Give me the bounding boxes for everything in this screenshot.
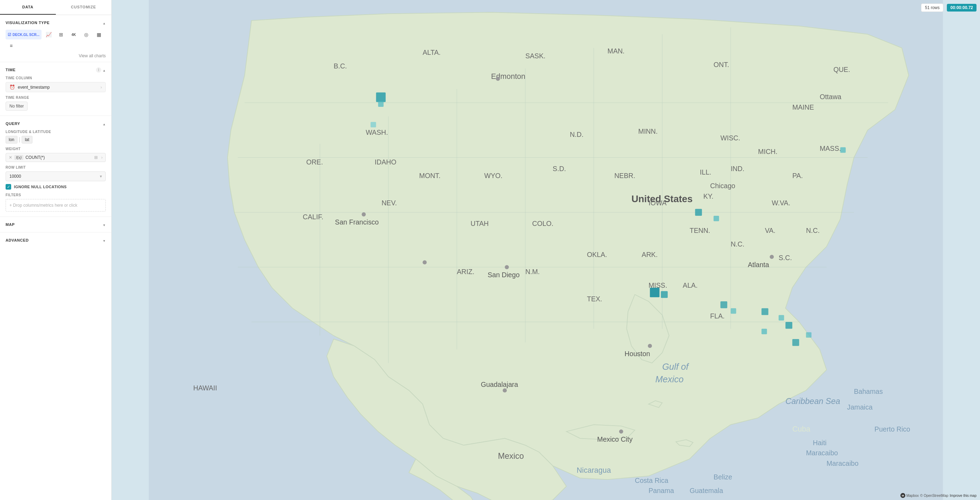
chart-type-table[interactable]: ⊞ [56,30,67,40]
tabs: DATA CUSTOMIZE [0,0,111,15]
deck-gl-button[interactable]: ☑ DECK.GL SCR... [6,30,41,40]
filters-label: FILTERS [6,193,106,197]
svg-text:TEX.: TEX. [587,295,602,303]
row-limit-dropdown-arrow: ▾ [100,174,102,179]
svg-text:ORE.: ORE. [306,158,323,166]
rows-badge: 51 rows [921,3,943,12]
svg-rect-92 [371,122,376,127]
svg-rect-101 [762,329,767,334]
tab-data[interactable]: DATA [0,0,56,15]
svg-text:Caribbean Sea: Caribbean Sea [786,396,840,406]
weight-value: COUNT(*) [25,155,45,160]
svg-text:WASH.: WASH. [366,129,388,136]
svg-text:SASK.: SASK. [525,52,546,60]
svg-text:OKLA.: OKLA. [587,251,607,258]
map-section-title: Map [6,223,15,227]
svg-text:N.M.: N.M. [525,268,539,275]
map-section-header[interactable]: Map [6,222,106,227]
ignore-null-checkbox[interactable] [6,184,11,189]
svg-text:ALTA.: ALTA. [423,49,441,56]
svg-text:HAWAII: HAWAII [193,384,217,392]
svg-text:CALIF.: CALIF. [303,213,323,221]
svg-text:MINN.: MINN. [638,127,658,135]
svg-text:WISC.: WISC. [720,134,740,142]
time-column-arrow: › [100,85,102,90]
osm-text: © OpenStreetMap [920,494,948,498]
svg-text:Belize: Belize [714,473,733,481]
svg-text:Cuba: Cuba [792,425,810,433]
time-chevron[interactable] [103,67,106,73]
svg-text:Bahamas: Bahamas [854,388,883,395]
weight-fx-badge: f(x) [14,155,23,160]
map-section: Map [0,217,111,232]
svg-point-62 [423,260,427,264]
weight-table-icon[interactable]: ⊞ [94,155,98,160]
svg-text:KY.: KY. [703,193,713,200]
svg-text:MONT.: MONT. [419,172,441,180]
svg-text:Jamaica: Jamaica [847,403,872,411]
query-chevron[interactable] [103,121,106,126]
svg-text:FLA.: FLA. [710,312,724,320]
time-range-button[interactable]: No filter [6,102,27,111]
svg-text:ARK.: ARK. [642,251,658,258]
weight-remove-btn[interactable]: ✕ [9,155,12,160]
svg-text:NEV.: NEV. [382,199,397,207]
svg-text:B.C.: B.C. [334,62,347,70]
lon-lat-tags: lon | lat [6,136,106,143]
map-svg: United States Mexico Edmonton B.C. ALTA.… [112,0,980,500]
svg-text:MAINE: MAINE [792,104,814,111]
viz-type-title: Visualization type [6,21,49,25]
svg-text:Maracaibo: Maracaibo [826,460,859,467]
map-topbar: 51 rows 00:00:00.72 [921,3,977,12]
map-background[interactable]: United States Mexico Edmonton B.C. ALTA.… [112,0,980,500]
chart-type-4k[interactable]: 4K [68,30,79,40]
lon-tag[interactable]: lon [6,136,18,143]
mapbox-logo: M Mapbox [900,493,919,498]
query-section-title: Query [6,121,20,126]
chart-type-multi[interactable]: ≡ [6,41,17,51]
viz-type-chevron[interactable] [103,20,106,25]
ignore-null-row: IGNORE NULL LOCATIONS [6,184,106,189]
advanced-section-header[interactable]: Advanced [6,237,106,243]
weight-row[interactable]: ✕ f(x) COUNT(*) ⊞ › [6,153,106,162]
time-range-label: TIME RANGE [6,96,106,100]
svg-text:ONT.: ONT. [714,61,729,68]
map-container: United States Mexico Edmonton B.C. ALTA.… [112,0,980,500]
svg-rect-98 [661,291,668,298]
time-column-label: TIME COLUMN [6,76,106,80]
svg-text:San Francisco: San Francisco [335,218,379,226]
svg-point-67 [770,255,774,259]
lat-tag[interactable]: lat [22,136,32,143]
improve-map-link[interactable]: Improve this map [950,494,977,498]
chart-type-line[interactable]: 📈 [43,30,54,40]
query-section-header[interactable]: Query [6,121,106,126]
svg-text:S.D.: S.D. [553,165,566,172]
svg-rect-104 [806,332,811,338]
svg-text:Chicago: Chicago [710,182,735,189]
row-limit-label: ROW LIMIT [6,166,106,169]
svg-text:Puerto Rico: Puerto Rico [875,425,910,433]
time-column-input[interactable]: ⏰ event_timestamp › [6,82,106,92]
advanced-chevron[interactable] [103,237,106,243]
svg-text:N.C.: N.C. [806,227,819,234]
time-section-header[interactable]: Time i [6,67,106,73]
svg-text:Guadalajara: Guadalajara [481,381,518,388]
svg-text:IDAHO: IDAHO [375,158,396,166]
svg-text:Panama: Panama [648,487,674,494]
svg-text:MASS.: MASS. [820,145,841,152]
svg-text:Haiti: Haiti [813,439,826,447]
time-section: Time i TIME COLUMN ⏰ event_timestamp › T… [0,62,111,116]
svg-text:Costa Rica: Costa Rica [635,477,668,484]
filters-drop-zone[interactable]: + Drop columns/metrics here or click [6,199,106,212]
tab-customize[interactable]: CUSTOMIZE [56,0,112,15]
view-all-charts-link[interactable]: View all charts [6,53,106,58]
map-chevron[interactable] [103,222,106,227]
svg-text:NEBR.: NEBR. [614,172,635,180]
row-limit-select[interactable]: 10000 ▾ [6,172,106,181]
chart-type-bar[interactable]: ▦ [93,30,104,40]
svg-text:Mexico: Mexico [498,451,524,460]
svg-text:Ottawa: Ottawa [820,93,842,100]
svg-text:PA.: PA. [792,172,803,180]
chart-type-gauge[interactable]: ◎ [81,30,92,40]
svg-rect-97 [650,288,659,297]
